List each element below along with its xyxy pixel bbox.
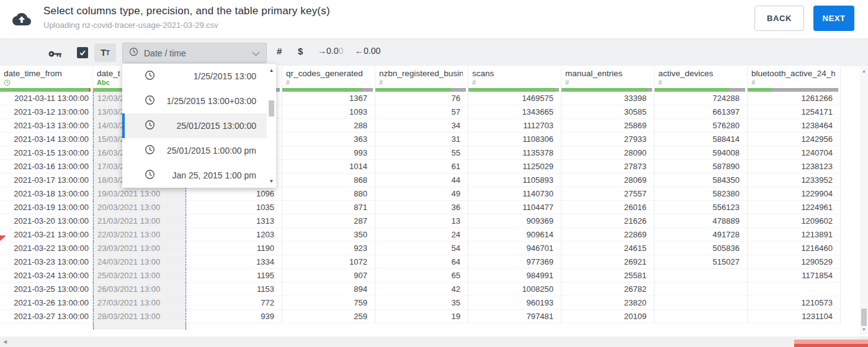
table-cell[interactable]: 1238123 bbox=[748, 160, 841, 174]
table-cell[interactable]: 1008250 bbox=[468, 283, 562, 296]
table-cell[interactable]: 1290529 bbox=[748, 255, 841, 269]
table-cell[interactable]: 20/03/2021 13:00 bbox=[93, 201, 186, 214]
table-cell[interactable]: 49 bbox=[375, 187, 468, 201]
table-cell[interactable] bbox=[282, 323, 375, 330]
table-cell[interactable]: 491728 bbox=[655, 228, 748, 242]
table-cell[interactable]: 24615 bbox=[562, 242, 655, 255]
table-cell[interactable]: 2021-03-16 13:00:00 bbox=[0, 160, 93, 174]
table-cell[interactable]: 1343665 bbox=[468, 105, 562, 119]
dropdown-option[interactable]: 1/25/2015 13:00+03:00 bbox=[122, 89, 276, 113]
currency-type-button[interactable]: $ bbox=[298, 46, 303, 56]
table-cell[interactable]: 363 bbox=[282, 133, 375, 146]
column-header-scans[interactable]: scans# bbox=[468, 66, 562, 92]
table-cell[interactable]: 1108306 bbox=[468, 133, 562, 146]
table-cell[interactable]: 1334 bbox=[186, 255, 282, 269]
dropdown-option[interactable]: Jan 25, 2015 1:00 pm bbox=[122, 163, 276, 188]
table-cell[interactable]: 26016 bbox=[562, 201, 655, 214]
table-cell[interactable]: 2021-03-14 13:00:00 bbox=[0, 133, 93, 146]
table-cell[interactable]: 25869 bbox=[562, 119, 655, 133]
table-cell[interactable]: 993 bbox=[282, 146, 375, 160]
table-cell[interactable]: 1035 bbox=[186, 201, 282, 214]
table-cell[interactable]: 28/03/2021 13:00 bbox=[93, 310, 186, 323]
table-cell[interactable]: 661397 bbox=[655, 105, 748, 119]
table-cell[interactable]: 54 bbox=[375, 242, 468, 255]
scroll-down-icon[interactable]: ▼ bbox=[267, 178, 276, 184]
table-cell[interactable]: 2021-03-11 13:00:00 bbox=[0, 92, 93, 105]
scroll-left-icon[interactable]: ◀ bbox=[3, 339, 7, 345]
column-header-nzbn_registered_busine[interactable]: nzbn_registered_busine# bbox=[375, 66, 468, 92]
table-cell[interactable]: 36 bbox=[375, 201, 468, 214]
table-cell[interactable]: 946701 bbox=[468, 242, 562, 255]
table-cell[interactable]: 2021-03-25 13:00:00 bbox=[0, 283, 93, 296]
next-button[interactable]: NEXT bbox=[813, 6, 854, 31]
table-cell[interactable]: 24/03/2021 13:00 bbox=[93, 255, 186, 269]
table-cell[interactable]: 44 bbox=[375, 174, 468, 187]
table-cell[interactable] bbox=[93, 323, 186, 330]
table-cell[interactable]: 923 bbox=[282, 242, 375, 255]
include-column-checkbox[interactable] bbox=[77, 47, 88, 58]
table-cell[interactable]: 24 bbox=[375, 228, 468, 242]
table-cell[interactable]: 1254171 bbox=[748, 105, 841, 119]
table-cell[interactable]: 1135378 bbox=[468, 146, 562, 160]
table-cell[interactable]: 1140730 bbox=[468, 187, 562, 201]
table-cell[interactable]: 2021-03-18 13:00:00 bbox=[0, 187, 93, 201]
table-cell[interactable]: 1112703 bbox=[468, 119, 562, 133]
column-type-dropdown[interactable]: Date / time bbox=[122, 43, 267, 63]
table-cell[interactable]: 2021-03-22 13:00:00 bbox=[0, 242, 93, 255]
table-cell[interactable]: 1216460 bbox=[748, 242, 841, 255]
table-cell[interactable]: 1224961 bbox=[748, 201, 841, 214]
table-cell[interactable]: 19 bbox=[375, 310, 468, 323]
table-cell[interactable]: 1210573 bbox=[748, 296, 841, 310]
table-cell[interactable]: 20109 bbox=[562, 310, 655, 323]
table-cell[interactable]: 584350 bbox=[655, 174, 748, 187]
scroll-down-icon[interactable]: ▼ bbox=[860, 327, 868, 332]
table-cell[interactable]: 505836 bbox=[655, 242, 748, 255]
table-cell[interactable]: 587890 bbox=[655, 160, 748, 174]
table-cell[interactable]: 23820 bbox=[562, 296, 655, 310]
table-cell[interactable] bbox=[655, 269, 748, 283]
table-cell[interactable] bbox=[562, 323, 655, 330]
table-cell[interactable]: 868 bbox=[282, 174, 375, 187]
table-cell[interactable]: 35 bbox=[375, 296, 468, 310]
table-cell[interactable] bbox=[186, 323, 282, 330]
table-cell[interactable]: 1231104 bbox=[748, 310, 841, 323]
table-cell[interactable] bbox=[468, 323, 562, 330]
table-cell[interactable]: 34 bbox=[375, 119, 468, 133]
table-cell[interactable]: 33398 bbox=[562, 92, 655, 105]
table-cell[interactable]: 2021-03-12 13:00:00 bbox=[0, 105, 93, 119]
dropdown-scrollbar[interactable]: ▲▼ bbox=[267, 64, 276, 188]
table-cell[interactable]: 1261266 bbox=[748, 92, 841, 105]
table-cell[interactable]: 19/03/2021 13:00 bbox=[93, 187, 186, 201]
scroll-up-icon[interactable]: ▲ bbox=[267, 68, 276, 73]
table-cell[interactable]: 1195 bbox=[186, 269, 282, 283]
table-cell[interactable]: 871 bbox=[282, 201, 375, 214]
table-cell[interactable]: 1229904 bbox=[748, 187, 841, 201]
table-cell[interactable]: 64 bbox=[375, 255, 468, 269]
table-cell[interactable]: 724288 bbox=[655, 92, 748, 105]
table-cell[interactable]: 909369 bbox=[468, 214, 562, 228]
table-cell[interactable]: 1313 bbox=[186, 214, 282, 228]
table-cell[interactable]: 984991 bbox=[468, 269, 562, 283]
table-cell[interactable]: 27933 bbox=[562, 133, 655, 146]
table-cell[interactable]: 21/03/2021 13:00 bbox=[93, 214, 186, 228]
back-button[interactable]: BACK bbox=[754, 6, 804, 31]
table-cell[interactable]: 1096 bbox=[186, 187, 282, 201]
table-cell[interactable] bbox=[655, 310, 748, 323]
vertical-scroll-thumb[interactable] bbox=[861, 309, 867, 326]
increase-decimal-button[interactable]: →0.00 bbox=[318, 46, 343, 56]
table-cell[interactable]: 907 bbox=[282, 269, 375, 283]
table-cell[interactable]: 57 bbox=[375, 105, 468, 119]
decrease-decimal-button[interactable]: ←0.00 bbox=[355, 46, 380, 56]
table-cell[interactable]: 576280 bbox=[655, 119, 748, 133]
table-cell[interactable] bbox=[748, 283, 841, 296]
table-cell[interactable] bbox=[748, 323, 841, 330]
table-cell[interactable]: 30585 bbox=[562, 105, 655, 119]
table-cell[interactable]: 1367 bbox=[282, 92, 375, 105]
table-cell[interactable]: 2021-03-21 13:00:00 bbox=[0, 228, 93, 242]
text-case-button[interactable]: TT bbox=[94, 43, 116, 62]
table-cell[interactable]: 2021-03-20 13:00:00 bbox=[0, 214, 93, 228]
dropdown-scroll-thumb[interactable] bbox=[269, 100, 274, 116]
table-cell[interactable]: 797481 bbox=[468, 310, 562, 323]
table-cell[interactable] bbox=[655, 323, 748, 330]
scroll-up-icon[interactable]: ▲ bbox=[860, 69, 868, 73]
